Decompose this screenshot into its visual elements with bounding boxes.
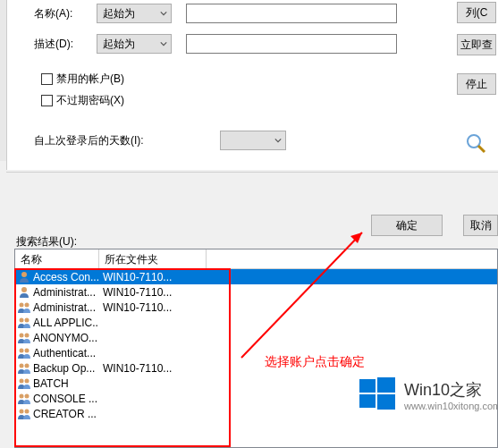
windows-logo-icon xyxy=(358,374,397,416)
group-icon xyxy=(17,407,31,421)
item-name: ALL APPLIC... xyxy=(33,317,99,329)
group-icon xyxy=(17,376,31,391)
user-icon xyxy=(17,270,31,284)
group-icon xyxy=(17,331,31,345)
col-folder[interactable]: 所在文件夹 xyxy=(99,249,207,268)
svg-point-3 xyxy=(21,287,27,292)
name-input[interactable] xyxy=(186,4,397,23)
svg-point-2 xyxy=(21,272,27,277)
col-name[interactable]: 名称 xyxy=(15,249,99,268)
item-name: Authenticat... xyxy=(33,347,99,359)
search-icon[interactable] xyxy=(463,131,488,156)
watermark: Win10之家 www.win10xitong.com xyxy=(358,374,498,416)
svg-point-17 xyxy=(25,393,30,398)
annotation-text: 选择账户点击确定 xyxy=(265,354,365,370)
days-combo[interactable] xyxy=(220,131,286,150)
name-label: 名称(A): xyxy=(34,6,97,21)
svg-point-0 xyxy=(468,135,480,148)
item-name: Access Con... xyxy=(33,271,99,283)
svg-point-8 xyxy=(20,333,24,337)
days-label: 自上次登录后的天数(I): xyxy=(34,133,195,148)
desc-op-value: 起始为 xyxy=(103,37,135,52)
svg-point-5 xyxy=(25,302,30,307)
svg-point-6 xyxy=(20,317,24,322)
svg-marker-21 xyxy=(350,232,362,243)
desc-op-combo[interactable]: 起始为 xyxy=(97,34,172,54)
item-name: BATCH xyxy=(33,377,99,390)
list-item[interactable]: Administrat...WIN10-7110... xyxy=(15,284,497,300)
results-label: 搜索结果(U): xyxy=(16,234,77,249)
name-op-value: 起始为 xyxy=(103,6,135,21)
item-folder: WIN10-7110... xyxy=(99,271,189,283)
user-icon xyxy=(17,285,31,300)
watermark-title: Win10之家 xyxy=(404,379,498,401)
item-name: ANONYMO... xyxy=(33,332,99,344)
list-item[interactable]: ALL APPLIC... xyxy=(15,315,497,330)
search-now-button[interactable]: 立即查 xyxy=(457,34,496,55)
group-icon xyxy=(17,316,31,330)
item-folder: WIN10-7110... xyxy=(99,286,189,299)
svg-rect-22 xyxy=(359,379,376,393)
group-icon xyxy=(17,361,31,376)
list-header: 名称 所在文件夹 xyxy=(15,249,497,269)
svg-point-10 xyxy=(20,348,24,352)
svg-point-18 xyxy=(20,409,24,413)
desc-label: 描述(D): xyxy=(34,37,97,52)
stop-button[interactable]: 停止 xyxy=(457,73,496,95)
svg-point-13 xyxy=(25,363,30,368)
chevron-down-icon xyxy=(160,40,167,47)
group-icon xyxy=(17,392,31,406)
chevron-down-icon xyxy=(274,137,282,144)
svg-point-16 xyxy=(20,393,24,398)
svg-point-7 xyxy=(25,317,30,322)
svg-point-12 xyxy=(20,363,24,368)
svg-point-11 xyxy=(25,348,30,352)
chevron-down-icon xyxy=(160,10,167,17)
svg-point-9 xyxy=(25,333,30,337)
svg-point-19 xyxy=(25,409,30,413)
list-item[interactable]: Authenticat... xyxy=(15,345,497,360)
item-name: CREATOR ... xyxy=(33,408,99,420)
cancel-button[interactable]: 取消 xyxy=(463,215,498,236)
search-form: 名称(A): 起始为 描述(D): 起始为 禁用的帐户(B) 不过期密码(X) … xyxy=(6,0,498,170)
item-folder: WIN10-7110... xyxy=(99,362,189,375)
svg-point-15 xyxy=(25,378,30,383)
group-icon xyxy=(17,346,31,360)
disabled-checkbox[interactable] xyxy=(41,73,53,85)
desc-input[interactable] xyxy=(186,34,397,54)
noexpire-label: 不过期密码(X) xyxy=(56,93,124,108)
svg-point-4 xyxy=(20,302,24,307)
item-name: Backup Op... xyxy=(33,362,99,375)
disabled-label: 禁用的帐户(B) xyxy=(56,72,124,87)
svg-rect-25 xyxy=(377,394,395,410)
svg-point-14 xyxy=(20,378,24,383)
svg-rect-23 xyxy=(377,377,395,393)
list-item[interactable]: Administrat...WIN10-7110... xyxy=(15,300,497,315)
item-folder: WIN10-7110... xyxy=(99,301,189,314)
columns-button[interactable]: 列(C xyxy=(457,2,496,23)
item-name: Administrat... xyxy=(33,301,99,314)
name-op-combo[interactable]: 起始为 xyxy=(97,4,172,23)
noexpire-checkbox[interactable] xyxy=(41,95,53,106)
ok-button[interactable]: 确定 xyxy=(371,215,443,236)
results-listview[interactable]: 名称 所在文件夹 Access Con...WIN10-7110...Admin… xyxy=(14,249,498,448)
group-icon xyxy=(17,300,31,315)
list-item[interactable]: ANONYMO... xyxy=(15,330,497,345)
svg-rect-24 xyxy=(359,394,376,408)
list-item[interactable]: Access Con...WIN10-7110... xyxy=(15,269,497,284)
svg-line-1 xyxy=(478,146,485,152)
item-name: Administrat... xyxy=(33,286,99,299)
item-name: CONSOLE ... xyxy=(33,393,99,405)
watermark-url: www.win10xitong.com xyxy=(404,401,498,411)
